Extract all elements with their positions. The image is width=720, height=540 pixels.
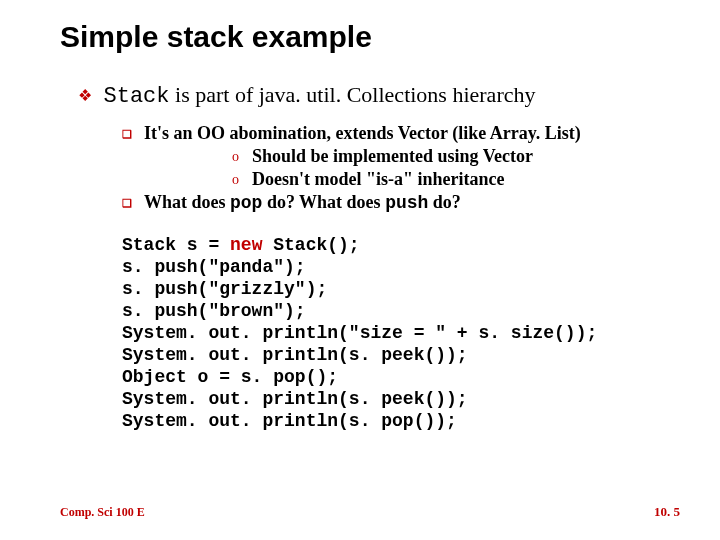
sub-sub-bullet-text: Should be implemented using Vector — [252, 146, 533, 166]
sub-bullet: ❏It's an OO abomination, extends Vector … — [122, 123, 680, 144]
square-bullet-icon: ❏ — [122, 128, 144, 141]
sub-bullet-text-mid: do? What does — [262, 192, 385, 212]
main-bullet: ❖ Stack is part of java. util. Collectio… — [78, 82, 680, 109]
sub-bullet-text: It's an OO abomination, extends Vector (… — [144, 123, 581, 143]
sub-bullet-text-post: do? — [428, 192, 461, 212]
footer-pagenum: 10. 5 — [654, 504, 680, 520]
diamond-bullet-icon: ❖ — [78, 86, 98, 105]
square-bullet-icon: ❏ — [122, 197, 144, 210]
code-line: System. out. println("size = " + s. size… — [122, 323, 597, 343]
sub-sub-bullet: oDoesn't model "is-a" inheritance — [232, 169, 680, 190]
sub-bullet-mono: push — [385, 193, 428, 213]
main-bullet-code: Stack — [104, 84, 170, 109]
main-bullet-text: is part of java. util. Collections hiera… — [170, 82, 536, 107]
slide-title: Simple stack example — [60, 20, 680, 54]
code-line: s. push("grizzly"); — [122, 279, 327, 299]
sub-sub-bullets: oShould be implemented using Vector oDoe… — [232, 146, 680, 190]
code-line: Object o = s. pop(); — [122, 367, 338, 387]
sub-sub-bullet-text: Doesn't model "is-a" inheritance — [252, 169, 504, 189]
code-line: System. out. println(s. pop()); — [122, 411, 457, 431]
code-block: Stack s = new Stack(); s. push("panda");… — [122, 235, 680, 433]
code-keyword: new — [230, 235, 262, 255]
code-line: System. out. println(s. peek()); — [122, 389, 468, 409]
sub-bullet-text-pre: What does — [144, 192, 230, 212]
sub-bullet: ❏What does pop do? What does push do? — [122, 192, 680, 213]
code-line: s. push("brown"); — [122, 301, 306, 321]
code-line: Stack s = — [122, 235, 230, 255]
slide: Simple stack example ❖ Stack is part of … — [0, 0, 720, 540]
code-line: System. out. println(s. peek()); — [122, 345, 468, 365]
circle-bullet-icon: o — [232, 149, 252, 165]
code-line: Stack(); — [262, 235, 359, 255]
circle-bullet-icon: o — [232, 172, 252, 188]
code-line: s. push("panda"); — [122, 257, 306, 277]
sub-bullet-mono: pop — [230, 193, 262, 213]
sub-sub-bullet: oShould be implemented using Vector — [232, 146, 680, 167]
sub-bullets: ❏It's an OO abomination, extends Vector … — [122, 123, 680, 213]
footer-course: Comp. Sci 100 E — [60, 505, 145, 520]
